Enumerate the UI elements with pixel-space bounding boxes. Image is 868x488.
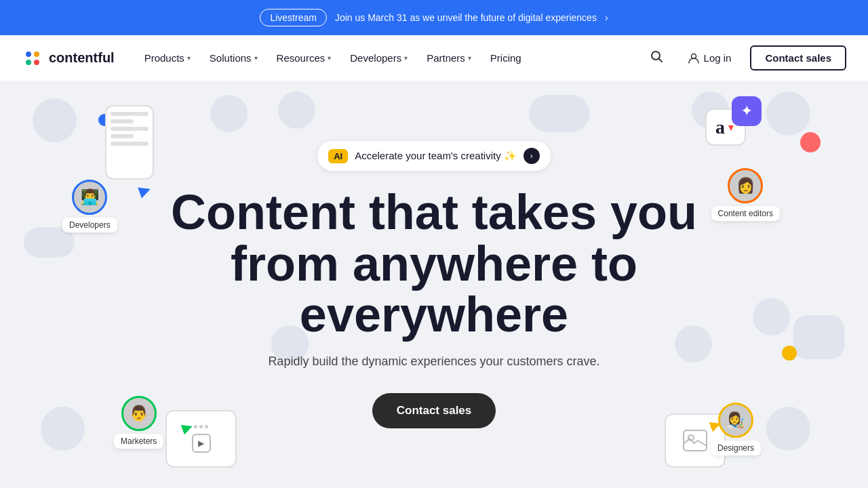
chevron-down-icon: ▾ [254, 54, 258, 62]
bg-shape-3 [210, 95, 248, 132]
sparkle-card: ✦ [732, 96, 762, 126]
chevron-down-icon: ▾ [468, 54, 471, 62]
video-mockup-card: ▶ [165, 410, 237, 468]
hero-cta-button[interactable]: Contact sales [372, 393, 496, 428]
bg-shape-15 [753, 298, 790, 336]
phone-line [111, 134, 134, 138]
nav-item-partners[interactable]: Partners ▾ [418, 47, 479, 69]
video-dot [194, 425, 197, 428]
logo[interactable]: contentful [22, 47, 115, 69]
logo-label: contentful [49, 50, 115, 66]
banner-text: Join us March 31 as we unveil the future… [335, 12, 597, 23]
nav-links: Products ▾ Solutions ▾ Resources ▾ Devel… [136, 47, 644, 69]
letter-a: a [715, 117, 725, 138]
bg-shape-22 [766, 407, 810, 451]
login-button[interactable]: Log in [679, 47, 740, 70]
bg-shape-16 [782, 346, 797, 361]
hero-subtitle: Rapidly build the dynamic experiences yo… [268, 354, 599, 369]
search-icon [650, 49, 663, 63]
ai-pill[interactable]: AI Accelerate your team's creativity ✨ › [317, 141, 551, 171]
nav-item-pricing[interactable]: Pricing [482, 47, 530, 69]
bg-shape-7 [766, 92, 810, 136]
search-button[interactable] [644, 44, 669, 72]
svg-rect-0 [22, 47, 43, 69]
marketer-avatar: 👨 [121, 396, 157, 431]
ai-arrow-icon: › [524, 148, 540, 164]
bg-shape-17 [41, 407, 85, 451]
bg-shape-5 [529, 95, 590, 132]
bg-shape-8 [800, 132, 821, 152]
chevron-down-icon: ▾ [404, 54, 408, 62]
chevron-down-icon: ▾ [328, 54, 331, 62]
top-banner: Livestream Join us March 31 as we unveil… [0, 0, 868, 35]
livestream-button[interactable]: Livestream [260, 9, 326, 26]
phone-line [111, 127, 149, 131]
svg-point-2 [34, 52, 39, 57]
persona-marketers: 👨 Marketers [114, 396, 163, 449]
designer-avatar: 👩‍🎨 [718, 403, 753, 438]
phone-line [111, 142, 149, 146]
content-editor-avatar: 👩 [728, 168, 763, 203]
phone-mockup-card [105, 105, 154, 180]
image-icon [682, 429, 708, 452]
developer-avatar: 👨‍💻 [72, 180, 107, 215]
content-editor-label: Content editors [711, 206, 780, 221]
bg-shape-4 [278, 92, 315, 129]
nav-actions: Log in Contact sales [644, 44, 846, 72]
persona-developers: 👨‍💻 Developers [62, 180, 117, 232]
svg-point-3 [26, 60, 31, 65]
nav-item-solutions[interactable]: Solutions ▾ [201, 47, 266, 69]
play-button-icon: ▶ [192, 434, 211, 453]
developer-label: Developers [62, 218, 117, 232]
nav-item-developers[interactable]: Developers ▾ [342, 47, 416, 69]
nav-item-resources[interactable]: Resources ▾ [269, 47, 340, 69]
video-dot [199, 425, 203, 428]
hero-title: Content that takes you from anywhere to … [171, 187, 697, 341]
chevron-down-icon: ▾ [187, 54, 191, 62]
user-icon [688, 52, 700, 64]
phone-line [111, 112, 149, 116]
nav-item-products[interactable]: Products ▾ [136, 47, 199, 69]
bg-shape-14 [793, 315, 844, 359]
svg-point-4 [34, 60, 39, 65]
logo-icon [22, 47, 43, 69]
designer-label: Designers [711, 441, 761, 455]
svg-line-6 [658, 59, 662, 62]
banner-arrow: › [605, 12, 608, 23]
cursor-blue-icon: ▶ [136, 180, 153, 201]
bg-shape-1 [33, 98, 77, 142]
ai-pill-text: Accelerate your team's creativity ✨ [355, 150, 517, 162]
persona-content-editors: 👩 Content editors [711, 168, 780, 221]
contact-sales-button[interactable]: Contact sales [750, 45, 846, 70]
marketer-label: Marketers [114, 434, 163, 449]
hero-section: ▶ 👨‍💻 Developers a ▼ ✦ 👩 Content editors… [0, 81, 868, 488]
video-dot [205, 425, 208, 428]
video-dots [194, 425, 208, 428]
navbar: contentful Products ▾ Solutions ▾ Resour… [0, 35, 868, 81]
svg-point-1 [26, 52, 31, 57]
phone-line [111, 119, 134, 123]
ai-badge: AI [328, 149, 348, 163]
